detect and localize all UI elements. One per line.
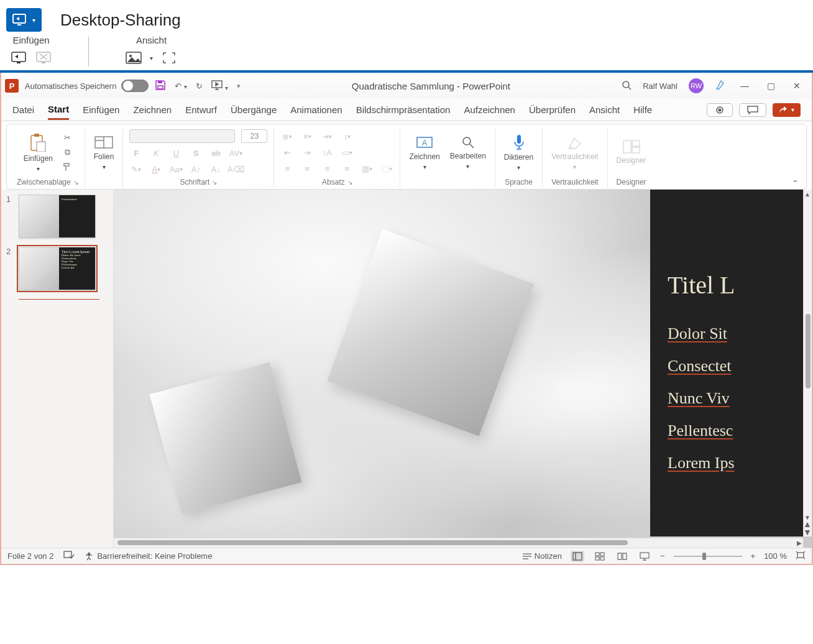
minimize-button[interactable]: — (737, 81, 752, 91)
slide-line[interactable]: Dolor Sit (668, 324, 812, 343)
align-text-button[interactable]: ▭▾ (340, 146, 354, 159)
vertical-scrollbar[interactable]: ▲ ▼ ⯅ ⯆ (803, 190, 812, 536)
slide-canvas[interactable]: Titel L Dolor Sit Consectet Nunc Viv Pel… (113, 190, 812, 548)
share-app-button[interactable]: ▾ (6, 8, 42, 32)
spellcheck-icon[interactable] (63, 551, 75, 561)
search-icon[interactable] (622, 80, 632, 92)
notes-button[interactable]: Notizen (522, 551, 562, 561)
image-view-icon[interactable] (125, 49, 142, 67)
slide-line[interactable]: Consectet (668, 357, 812, 375)
align-left-button[interactable]: ≡ (280, 162, 294, 175)
slideshow-view-button[interactable] (638, 551, 651, 562)
bold-button[interactable]: F (129, 147, 143, 159)
slide-thumbnail-1[interactable]: Präsentation (19, 195, 96, 238)
shadow-button[interactable]: S (189, 147, 203, 159)
slide-title[interactable]: Titel L (668, 270, 812, 300)
justify-button[interactable]: ≡ (340, 162, 354, 175)
comments-button[interactable] (739, 103, 766, 117)
group-launcher-icon[interactable]: ↘ (73, 179, 78, 186)
scroll-thumb[interactable] (117, 540, 628, 545)
tab-aufzeichnen[interactable]: Aufzeichnen (464, 101, 515, 119)
tab-ansicht[interactable]: Ansicht (589, 101, 620, 119)
tab-einfuegen[interactable]: Einfügen (83, 101, 119, 119)
share-button[interactable]: ▾ (773, 103, 801, 117)
scroll-right-icon[interactable]: ▶ (797, 540, 802, 546)
save-icon[interactable] (155, 80, 166, 93)
reading-view-button[interactable] (615, 551, 629, 562)
zoom-slider[interactable] (674, 556, 742, 557)
fit-to-window-button[interactable] (796, 551, 806, 561)
tab-praesentation[interactable]: Bildschirmpräsentation (356, 101, 451, 119)
align-right-button[interactable]: ≡ (320, 162, 334, 175)
close-button[interactable]: ✕ (789, 81, 804, 91)
slide-position[interactable]: Folie 2 von 2 (7, 551, 53, 561)
text-direction-button[interactable]: ↕A (320, 146, 334, 159)
italic-button[interactable]: K (149, 147, 163, 159)
underline-button[interactable]: U (169, 147, 183, 159)
prev-slide-icon[interactable]: ⯅ (804, 522, 811, 528)
zoom-in-button[interactable]: + (751, 551, 756, 561)
scroll-up-icon[interactable]: ▲ (804, 191, 811, 197)
decrease-indent-button[interactable]: ⇤ (280, 146, 294, 159)
format-painter-icon[interactable] (60, 161, 74, 173)
editing-button[interactable]: Bearbeiten ▾ (448, 134, 489, 171)
numbering-button[interactable]: ≡▾ (300, 130, 314, 142)
shrink-font-button[interactable]: A↓ (209, 163, 223, 175)
fullscreen-icon[interactable] (160, 49, 178, 67)
accessibility-status[interactable]: Barrierefreiheit: Keine Probleme (85, 551, 212, 561)
undo-button[interactable]: ↶ ▾ (175, 81, 187, 91)
character-spacing-button[interactable]: AV▾ (229, 147, 242, 159)
drawing-button[interactable]: A Zeichnen ▾ (406, 134, 442, 172)
smartart-button[interactable]: ⬚▾ (380, 162, 393, 175)
tab-ueberpruefen[interactable]: Überprüfen (529, 101, 576, 119)
align-center-button[interactable]: ≡ (300, 162, 314, 175)
slide-line[interactable]: Pellentesc (668, 421, 812, 440)
tab-start[interactable]: Start (48, 100, 69, 120)
slide-line[interactable]: Nunc Viv (668, 389, 812, 408)
share-stop-icon[interactable] (35, 49, 52, 67)
increase-indent-button[interactable]: ⇥ (300, 146, 314, 159)
qat-more-button[interactable]: ▾ (237, 82, 241, 90)
slide-sorter-view-button[interactable] (593, 551, 607, 562)
slide-line[interactable]: Lorem Ips (668, 454, 812, 472)
font-color-button[interactable]: A▾ (149, 163, 163, 175)
dictate-button[interactable]: Diktieren ▾ (502, 133, 536, 172)
change-case-button[interactable]: Aa▾ (169, 163, 183, 175)
grow-font-button[interactable]: A↑ (189, 163, 203, 175)
bullets-button[interactable]: ≣▾ (280, 130, 294, 142)
avatar[interactable]: RW (689, 78, 704, 93)
strikethrough-button[interactable]: ab (209, 147, 223, 159)
maximize-button[interactable]: ▢ (763, 81, 778, 91)
next-slide-icon[interactable]: ⯆ (804, 529, 811, 535)
horizontal-scrollbar[interactable]: ▶ (114, 538, 803, 548)
redo-button[interactable]: ↻ (196, 81, 203, 91)
collapse-ribbon-button[interactable]: ⌄ (792, 175, 799, 184)
scroll-thumb[interactable] (806, 314, 811, 389)
coming-soon-icon[interactable] (715, 80, 726, 93)
line-spacing-button[interactable]: ↕▾ (340, 130, 354, 142)
font-size-select[interactable]: 23 (241, 129, 267, 143)
list-level-button[interactable]: ⇥▾ (320, 130, 334, 142)
tab-entwurf[interactable]: Entwurf (185, 101, 217, 119)
share-insert-icon[interactable] (10, 49, 27, 67)
paste-button[interactable]: Einfügen ▾ (21, 132, 55, 173)
present-from-start-button[interactable]: ▾ (211, 80, 228, 92)
slide-text-panel[interactable]: Titel L Dolor Sit Consectet Nunc Viv Pel… (650, 190, 812, 536)
group-launcher-icon[interactable]: ↘ (212, 179, 217, 186)
zoom-level[interactable]: 100 % (764, 551, 787, 561)
highlight-button[interactable]: ✎▾ (129, 163, 143, 175)
slide-thumbnail-2[interactable]: Titel Lorem Ipsum Dolor Sit Amet Consect… (19, 247, 96, 290)
tab-animationen[interactable]: Animationen (290, 101, 342, 119)
group-launcher-icon[interactable]: ↘ (347, 179, 352, 186)
chevron-down-icon[interactable]: ▾ (150, 55, 153, 62)
clear-formatting-button[interactable]: A⌫ (229, 163, 242, 175)
scroll-down-icon[interactable]: ▼ (804, 514, 811, 520)
tab-hilfe[interactable]: Hilfe (633, 101, 652, 119)
cut-icon[interactable]: ✂ (60, 131, 74, 144)
normal-view-button[interactable] (571, 551, 584, 562)
tab-zeichnen[interactable]: Zeichnen (133, 101, 172, 119)
tab-uebergaenge[interactable]: Übergänge (231, 101, 277, 119)
slides-button[interactable]: Folien ▾ (91, 134, 117, 172)
font-name-select[interactable] (129, 129, 235, 143)
camera-button[interactable] (707, 103, 733, 117)
